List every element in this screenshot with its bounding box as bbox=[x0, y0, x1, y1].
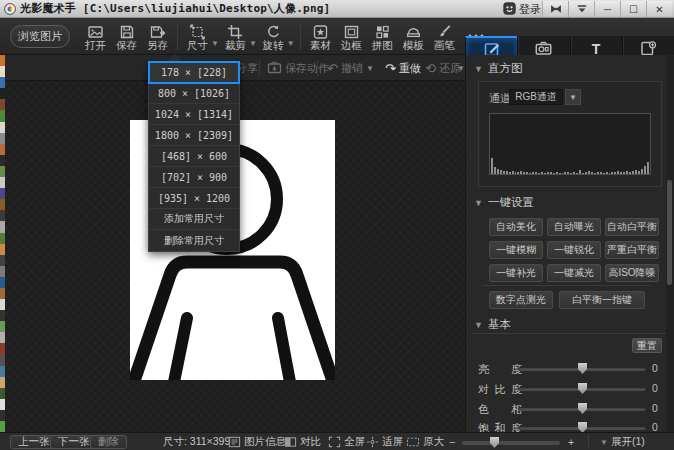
oneclick-button[interactable]: 自动美化 bbox=[489, 218, 543, 236]
oneclick-extra-button[interactable]: 数字点测光 bbox=[489, 291, 553, 309]
histogram-bar bbox=[638, 171, 640, 174]
size-menu-item[interactable]: 1800 × [2309] bbox=[149, 125, 239, 146]
toolbar-button-rotate[interactable]: 旋转 bbox=[258, 19, 289, 55]
oneclick-button[interactable]: 自动白平衡 bbox=[605, 218, 659, 236]
close-button[interactable]: ✕ bbox=[646, 1, 672, 17]
toolbar-button-collage[interactable]: 拼图 bbox=[367, 19, 398, 55]
oneclick-button[interactable]: 一键减光 bbox=[547, 264, 601, 282]
slider-thumb[interactable] bbox=[578, 363, 587, 374]
oneclick-button[interactable]: 一键补光 bbox=[489, 264, 543, 282]
image-info-button[interactable]: 图片信息 bbox=[228, 435, 286, 449]
slider-row-3: 色相0 bbox=[466, 401, 674, 417]
collapse-icon: ▼ bbox=[474, 198, 483, 208]
size-menu-item[interactable]: [702] × 900 bbox=[149, 167, 239, 188]
brush-icon bbox=[436, 24, 452, 40]
zoom-slider-thumb[interactable] bbox=[490, 437, 499, 448]
save-action-icon bbox=[267, 61, 282, 76]
size-menu-item[interactable]: 1024 × [1314] bbox=[149, 104, 239, 125]
oneclick-button[interactable]: 一键模糊 bbox=[489, 241, 543, 259]
redo-button[interactable]: ↷ 重做 bbox=[385, 55, 421, 81]
channel-dropdown-button[interactable]: ▼ bbox=[565, 89, 581, 105]
browse-images-button[interactable]: 浏览图片 bbox=[10, 25, 70, 48]
slider-track[interactable] bbox=[518, 407, 646, 411]
crop-icon bbox=[227, 24, 243, 40]
expand-button[interactable]: ▼ 展开(1) bbox=[600, 435, 645, 449]
histogram-bar bbox=[562, 173, 564, 174]
maximize-button[interactable]: ☐ bbox=[620, 1, 646, 17]
toolbar-buttons: 打开保存另存尺寸▼裁剪▼旋转▼素材边框拼图模板画笔 bbox=[80, 18, 492, 55]
chevron-down-icon[interactable]: ▼ bbox=[366, 64, 374, 73]
histogram-bar bbox=[632, 171, 634, 174]
zoom-in-button[interactable]: + bbox=[568, 435, 574, 449]
slider-track[interactable] bbox=[518, 387, 646, 391]
histogram-bar bbox=[588, 171, 590, 174]
toolbar-button-open[interactable]: 打开 bbox=[80, 19, 111, 55]
skin-icon[interactable] bbox=[568, 1, 594, 17]
oneclick-button[interactable]: 一键锐化 bbox=[547, 241, 601, 259]
undo-button[interactable]: ↶ 撤销 ▼ bbox=[327, 55, 374, 81]
divider bbox=[259, 60, 260, 76]
size-menu-item[interactable]: 178 × [228] bbox=[149, 62, 239, 83]
slider-value: 0 bbox=[652, 402, 658, 414]
toolbar-button-frame[interactable]: 边框 bbox=[336, 19, 367, 55]
oneclick-button[interactable]: 严重白平衡 bbox=[605, 241, 659, 259]
basic-header[interactable]: ▼ 基本 bbox=[474, 317, 511, 332]
histogram-bar bbox=[603, 173, 605, 174]
compare-button[interactable]: 对比 bbox=[284, 435, 321, 449]
reset-button[interactable]: 重置 bbox=[632, 338, 662, 353]
histogram-bar bbox=[626, 171, 628, 174]
slider-thumb[interactable] bbox=[578, 383, 587, 394]
fit-screen-button[interactable]: 适屏 bbox=[366, 435, 403, 449]
delete-image-button[interactable]: 删除 bbox=[90, 435, 127, 449]
toolbar-button-template[interactable]: 模板 bbox=[398, 19, 429, 55]
channel-select[interactable]: RGB通道 bbox=[509, 89, 563, 105]
fullscreen-button[interactable]: 全屏 bbox=[328, 435, 365, 449]
material-icon bbox=[312, 24, 329, 40]
original-size-button[interactable]: 原大 bbox=[406, 435, 444, 449]
login-button[interactable]: 登录 bbox=[503, 1, 541, 17]
histogram-bar bbox=[594, 173, 596, 174]
oneclick-extra-button[interactable]: 白平衡一指键 bbox=[559, 291, 645, 309]
content-area: 分享 保存动作 ↶ 撤销 ▼ ↷ 重做 ⟲ bbox=[0, 55, 674, 432]
size-menu-item[interactable]: [935] × 1200 bbox=[149, 188, 239, 209]
zoom-slider[interactable] bbox=[462, 441, 560, 445]
histogram-bar bbox=[512, 171, 514, 174]
oneclick-button[interactable]: 高ISO降噪 bbox=[605, 264, 659, 282]
app-window: 光影魔术手 [C:\Users\liujiahui\Desktop\人像.png… bbox=[0, 0, 674, 450]
histogram-bar bbox=[529, 173, 531, 174]
toolbar-button-resize[interactable]: 尺寸 bbox=[182, 19, 213, 55]
zoom-out-button[interactable]: − bbox=[449, 435, 455, 449]
oneclick-button[interactable]: 自动曝光 bbox=[547, 218, 601, 236]
size-menu-item[interactable]: [468] × 600 bbox=[149, 146, 239, 167]
minimize-button[interactable]: ─ bbox=[594, 1, 620, 17]
save-action-button[interactable]: 保存动作 bbox=[267, 55, 329, 81]
gift-icon[interactable] bbox=[542, 1, 568, 17]
size-dropdown-menu: 178 × [228]800 × [1026]1024 × [1314]1800… bbox=[148, 61, 240, 252]
histogram-bar bbox=[503, 171, 505, 174]
toolbar-button-crop[interactable]: 裁剪 bbox=[220, 19, 251, 55]
histogram-bar bbox=[617, 171, 619, 174]
toolbar-button-save-as[interactable]: 另存 bbox=[142, 19, 173, 55]
window-title: 光影魔术手 [C:\Users\liujiahui\Desktop\人像.png… bbox=[20, 1, 330, 16]
panel-scrollbar[interactable] bbox=[666, 55, 673, 432]
histogram-header[interactable]: ▼ 直方图 bbox=[474, 61, 522, 76]
slider-track[interactable] bbox=[518, 367, 646, 371]
size-menu-item[interactable]: 添加常用尺寸 bbox=[149, 209, 239, 230]
revert-button[interactable]: ⟲ 还原 bbox=[425, 55, 461, 81]
quickbar-overflow-icon[interactable]: ▼ bbox=[457, 64, 465, 73]
histogram-bar bbox=[520, 171, 522, 174]
toolbar-button-save[interactable]: 保存 bbox=[111, 19, 142, 55]
save-icon bbox=[119, 24, 135, 40]
toolbar-button-brush[interactable]: 画笔 bbox=[429, 19, 460, 55]
oneclick-header[interactable]: ▼ 一键设置 bbox=[474, 195, 534, 210]
toolbar-button-material[interactable]: 素材 bbox=[305, 19, 336, 55]
toolbar-button-label: 拼图 bbox=[372, 40, 393, 51]
size-menu-item[interactable]: 删除常用尺寸 bbox=[149, 230, 239, 251]
histogram-bar bbox=[500, 170, 502, 174]
slider-track[interactable] bbox=[518, 426, 646, 430]
histogram-bar bbox=[614, 172, 616, 174]
scrollbar-thumb[interactable] bbox=[667, 180, 672, 285]
slider-thumb[interactable] bbox=[578, 403, 587, 414]
adjustment-panel: ▼ 直方图 通道 RGB通道 ▼ ▼ 一键设置 自动美化自动曝光自动白平衡一键模… bbox=[465, 55, 674, 432]
size-menu-item[interactable]: 800 × [1026] bbox=[149, 83, 239, 104]
